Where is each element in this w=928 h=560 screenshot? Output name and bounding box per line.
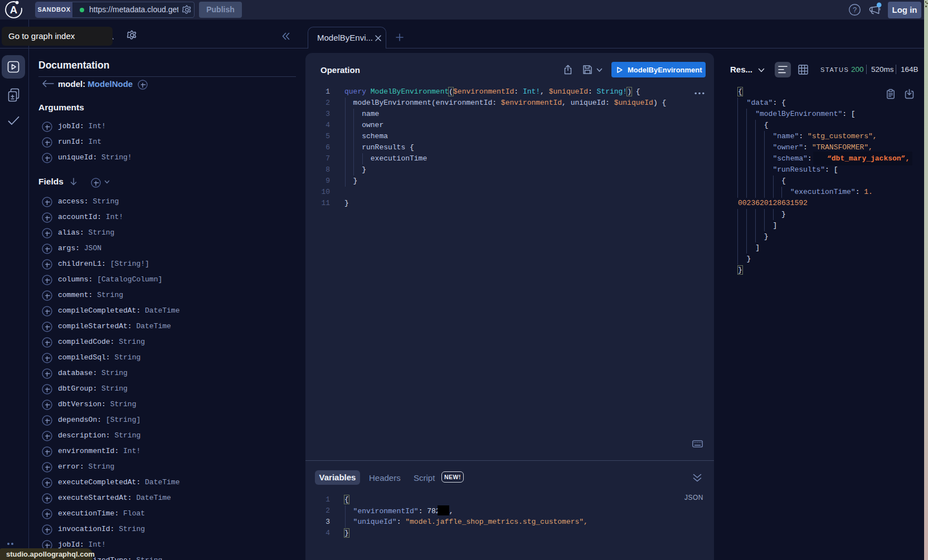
- svg-text:?: ?: [853, 6, 857, 14]
- svg-text:A: A: [10, 4, 17, 16]
